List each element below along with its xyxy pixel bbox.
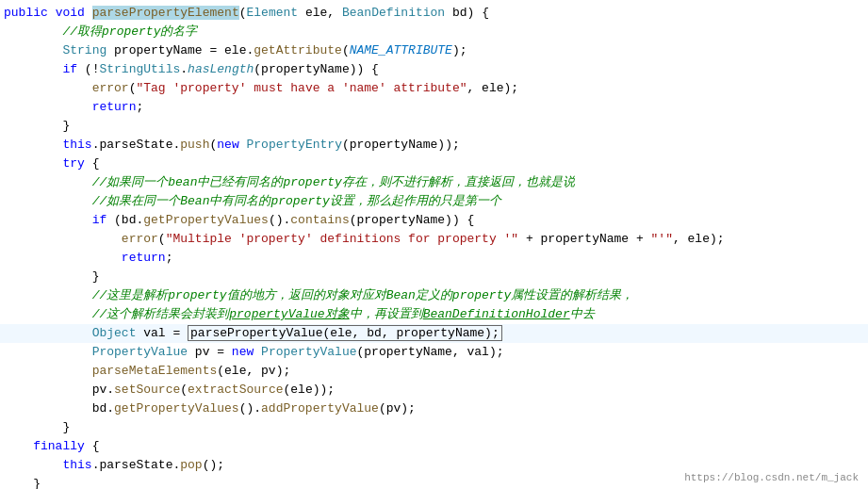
- code-token: .: [180, 62, 188, 76]
- code-token: contains: [290, 213, 349, 227]
- code-line: }: [0, 268, 868, 286]
- code-token: error: [122, 232, 158, 246]
- code-line: parseMetaElements(ele, pv);: [0, 362, 868, 381]
- code-token: new: [217, 138, 238, 152]
- code-token: pv =: [188, 345, 232, 359]
- code-token: //取得property的名字: [62, 24, 197, 39]
- code-token: );: [452, 43, 467, 57]
- code-token: getPropertyValues: [143, 213, 269, 227]
- code-token: }: [92, 269, 100, 284]
- code-token: Object: [92, 326, 137, 340]
- code-token: void: [56, 6, 85, 20]
- code-token: (: [180, 383, 188, 397]
- code-token: parseMetaElements: [92, 364, 218, 378]
- code-token: (: [239, 6, 247, 20]
- code-token: StringUtils: [99, 62, 180, 76]
- code-token: propertyName = ele.: [106, 43, 254, 57]
- code-line: this.parseState.push(new PropertyEntry(p…: [0, 136, 868, 155]
- boxed-code: parsePropertyValue(ele, bd, propertyName…: [188, 325, 502, 341]
- code-token: error: [92, 81, 129, 95]
- code-token: finally: [33, 439, 85, 453]
- code-token: (bd.: [106, 213, 143, 227]
- code-token: ().: [239, 401, 261, 416]
- code-token: getPropertyValues: [114, 401, 239, 416]
- code-token: (: [342, 43, 350, 57]
- code-token: parsePropertyElement: [92, 6, 239, 20]
- code-token: "Multiple 'property' definitions for pro…: [166, 232, 518, 246]
- code-token: PropertyValue: [92, 345, 188, 359]
- code-line: return;: [0, 249, 868, 268]
- code-token: pop: [180, 458, 202, 472]
- code-line: public void parsePropertyElement(Element…: [0, 4, 868, 23]
- code-token: ele,: [298, 6, 342, 20]
- code-token: [85, 6, 92, 20]
- code-token: return: [92, 100, 137, 114]
- code-token: (pv);: [379, 401, 416, 416]
- code-editor: public void parsePropertyElement(Element…: [0, 0, 868, 489]
- code-token: try: [62, 156, 84, 171]
- code-line: }: [0, 418, 868, 437]
- code-token: (propertyName));: [342, 138, 460, 152]
- code-line: //这里是解析property值的地方，返回的对象对应对Bean定义的prope…: [0, 286, 868, 305]
- code-token: (ele));: [283, 383, 335, 397]
- code-token: .parseState.: [92, 138, 181, 152]
- code-token: //如果同一个bean中已经有同名的property存在，则不进行解析，直接返回…: [92, 175, 575, 189]
- code-token: BeanDefinition: [342, 6, 445, 20]
- code-line: //取得property的名字: [0, 23, 868, 41]
- url-watermark: https://blog.csdn.net/m_jack: [684, 472, 859, 483]
- code-token: new: [232, 345, 254, 359]
- code-token: this: [62, 138, 91, 152]
- code-token: (propertyName, val);: [357, 345, 504, 359]
- code-token: bd) {: [445, 6, 489, 20]
- code-token: ;: [136, 100, 143, 114]
- code-token: [254, 345, 261, 359]
- code-token: if: [92, 213, 107, 227]
- code-token: NAME_ATTRIBUTE: [350, 43, 452, 57]
- code-line: //这个解析结果会封装到propertyValue对象中，再设置到BeanDef…: [0, 305, 868, 324]
- code-line: finally {: [0, 437, 868, 456]
- code-token: push: [180, 138, 209, 152]
- code-token: (propertyName)) {: [350, 213, 475, 227]
- code-token: ().: [269, 213, 290, 227]
- code-token: PropertyValue: [261, 345, 356, 359]
- code-line: //如果同一个bean中已经有同名的property存在，则不进行解析，直接返回…: [0, 173, 868, 192]
- code-token: public: [4, 6, 48, 20]
- code-line: //如果在同一个Bean中有同名的property设置，那么起作用的只是第一个: [0, 192, 868, 211]
- code-token: (ele, pv);: [217, 364, 290, 378]
- code-line: Object val = parsePropertyValue(ele, bd,…: [0, 324, 868, 343]
- code-token: addPropertyValue: [261, 401, 379, 416]
- code-line: error("Multiple 'property' definitions f…: [0, 230, 868, 249]
- code-token: PropertyEntry: [247, 138, 342, 152]
- code-line: PropertyValue pv = new PropertyValue(pro…: [0, 343, 868, 362]
- code-token: this: [62, 458, 91, 472]
- code-token: }: [33, 477, 41, 489]
- code-token: (: [158, 232, 166, 246]
- code-line: return;: [0, 98, 868, 117]
- code-line: error("Tag 'property' must have a 'name'…: [0, 79, 868, 98]
- code-token: return: [122, 251, 166, 265]
- code-token: .parseState.: [92, 458, 181, 472]
- code-token: getAttribute: [254, 43, 342, 57]
- code-token: , ele);: [467, 81, 519, 95]
- code-token: {: [85, 156, 100, 171]
- code-token: String: [62, 43, 106, 57]
- code-token: , ele);: [673, 232, 725, 246]
- code-token: }: [62, 119, 70, 133]
- code-token: hasLength: [188, 62, 254, 76]
- code-token: + propertyName +: [518, 232, 650, 246]
- code-token: "'": [651, 232, 673, 246]
- code-token: [239, 138, 247, 152]
- code-token: "Tag 'property' must have a 'name' attri…: [136, 81, 467, 95]
- code-line: if (!StringUtils.hasLength(propertyName)…: [0, 60, 868, 79]
- code-line: pv.setSource(extractSource(ele));: [0, 381, 868, 399]
- code-token: ();: [203, 458, 224, 472]
- code-token: bd.: [92, 401, 114, 416]
- code-token: (propertyName)) {: [254, 62, 379, 76]
- code-token: Element: [247, 6, 299, 20]
- code-token: if: [62, 62, 77, 76]
- code-token: }: [62, 420, 70, 434]
- code-line: String propertyName = ele.getAttribute(N…: [0, 41, 868, 60]
- code-line: }: [0, 117, 868, 136]
- code-token: //这里是解析property值的地方，返回的对象对应对Bean定义的prope…: [92, 288, 634, 302]
- code-token: [48, 6, 56, 20]
